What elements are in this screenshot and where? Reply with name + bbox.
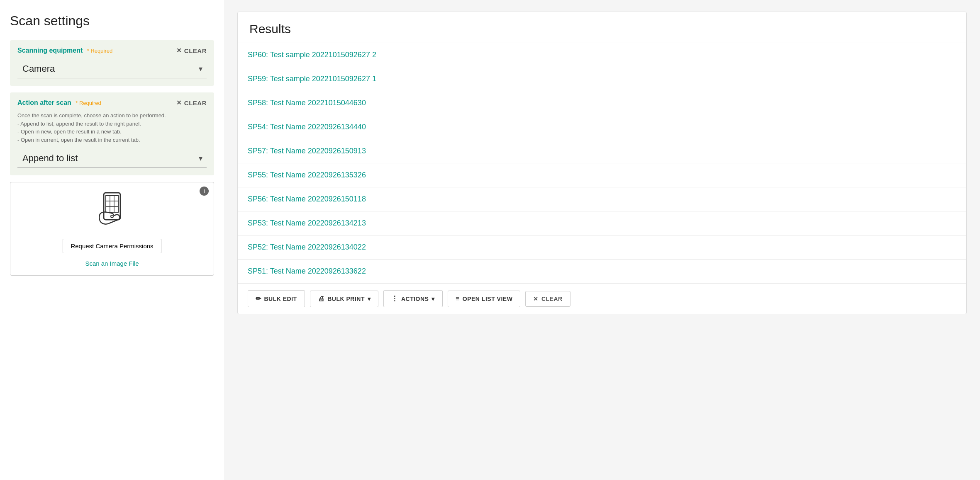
actions-button[interactable]: ⋮ ACTIONS ▾	[383, 290, 443, 307]
results-list: SP60: Test sample 20221015092627 2SP59: …	[238, 43, 966, 283]
action-after-scan-section: Action after scan * Required ✕ CLEAR Onc…	[10, 92, 214, 175]
svg-point-6	[111, 215, 113, 218]
clear-x-icon: ✕	[176, 47, 182, 54]
actions-dropdown-icon: ▾	[431, 296, 435, 302]
request-camera-permissions-button[interactable]: Request Camera Permissions	[63, 239, 161, 253]
scan-image-file-link[interactable]: Scan an Image File	[85, 260, 139, 267]
action-after-scan-label-group: Action after scan * Required	[17, 99, 101, 107]
bulk-print-button[interactable]: 🖨 BULK PRINT ▾	[310, 291, 379, 307]
action-after-scan-required: * Required	[76, 100, 101, 106]
result-item[interactable]: SP57: Test Name 20220926150913	[238, 139, 966, 163]
action-after-scan-clear-button[interactable]: ✕ CLEAR	[176, 99, 207, 107]
bulk-edit-icon: ✏	[256, 295, 261, 303]
camera-box: i Request Camera Permissions Scan an Ima…	[10, 182, 214, 276]
action-after-scan-header: Action after scan * Required ✕ CLEAR	[17, 99, 207, 107]
result-item[interactable]: SP56: Test Name 20220926150118	[238, 187, 966, 211]
open-list-view-button[interactable]: ≡ OPEN LIST VIEW	[448, 291, 520, 307]
svg-rect-1	[106, 196, 118, 212]
action-after-scan-select-wrapper: Append to list Open in new Open in curre…	[17, 149, 207, 168]
result-item[interactable]: SP60: Test sample 20221015092627 2	[238, 43, 966, 67]
left-panel: Scan settings Scanning equipment * Requi…	[0, 0, 224, 480]
phone-camera-icon	[95, 191, 129, 232]
result-item[interactable]: SP58: Test Name 20221015044630	[238, 91, 966, 115]
action-after-scan-clear-label: CLEAR	[184, 99, 207, 107]
result-item[interactable]: SP51: Test Name 20220926133622	[238, 259, 966, 283]
results-container: Results SP60: Test sample 20221015092627…	[237, 12, 967, 314]
scanning-equipment-header: Scanning equipment * Required ✕ CLEAR	[17, 47, 207, 54]
action-after-scan-label: Action after scan	[17, 99, 71, 106]
result-item[interactable]: SP53: Test Name 20220926134213	[238, 211, 966, 235]
action-clear-x-icon: ✕	[176, 99, 182, 107]
results-clear-x-icon: ✕	[533, 296, 539, 302]
scanning-equipment-clear-label: CLEAR	[184, 47, 207, 54]
bulk-print-icon: 🖨	[318, 295, 325, 303]
right-panel: Results SP60: Test sample 20221015092627…	[224, 0, 980, 480]
results-footer: ✏ BULK EDIT 🖨 BULK PRINT ▾ ⋮ ACTIONS ▾ ≡…	[238, 283, 966, 314]
result-item[interactable]: SP54: Test Name 20220926134440	[238, 115, 966, 139]
actions-icon: ⋮	[391, 295, 398, 303]
scanning-equipment-label: Scanning equipment	[17, 47, 83, 54]
info-icon[interactable]: i	[200, 187, 209, 196]
result-item[interactable]: SP59: Test sample 20221015092627 1	[238, 67, 966, 91]
open-list-view-icon: ≡	[456, 295, 460, 303]
action-after-scan-select[interactable]: Append to list Open in new Open in curre…	[17, 149, 207, 168]
scanning-equipment-select-wrapper: Camera Barcode Scanner Manual Entry ▾	[17, 59, 207, 78]
scanning-equipment-section: Scanning equipment * Required ✕ CLEAR Ca…	[10, 40, 214, 86]
results-clear-button[interactable]: ✕ CLEAR	[525, 291, 570, 307]
result-item[interactable]: SP52: Test Name 20220926134022	[238, 235, 966, 259]
scanning-equipment-clear-button[interactable]: ✕ CLEAR	[176, 47, 207, 54]
page-title: Scan settings	[10, 13, 214, 29]
scanning-equipment-required: * Required	[87, 48, 112, 54]
result-item[interactable]: SP55: Test Name 20220926135326	[238, 163, 966, 187]
results-title: Results	[238, 12, 966, 43]
scanning-equipment-label-group: Scanning equipment * Required	[17, 47, 112, 54]
bulk-print-dropdown-icon: ▾	[368, 296, 371, 302]
action-after-scan-description: Once the scan is complete, choose an act…	[17, 112, 207, 144]
bulk-edit-button[interactable]: ✏ BULK EDIT	[248, 290, 305, 307]
scanning-equipment-select[interactable]: Camera Barcode Scanner Manual Entry	[17, 59, 207, 78]
